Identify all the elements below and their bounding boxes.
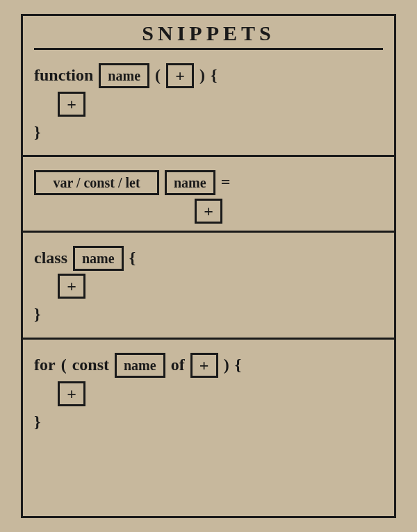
keyword-function: function [34,60,93,92]
brace-close: } [34,406,40,438]
snippet-declaration: var / const / let name = + [23,157,394,233]
panel-title: SNIPPETS [34,16,383,50]
function-name-slot[interactable]: name [99,63,149,88]
add-function-body-button[interactable]: + [58,92,85,117]
brace-close: } [34,299,40,331]
brace-close: } [34,117,40,149]
snippets-panel: SNIPPETS function name ( + ) { + } var /… [21,14,396,518]
add-declaration-value-button[interactable]: + [195,199,222,224]
paren-open: ( [155,60,161,92]
for-item-name-slot[interactable]: name [115,353,165,378]
declaration-kind-selector[interactable]: var / const / let [34,170,159,195]
equals-sign: = [221,167,231,199]
class-name-slot[interactable]: name [73,246,124,271]
brace-open: { [211,60,217,92]
brace-open: { [235,349,241,381]
snippet-function: function name ( + ) { + } [23,50,394,157]
add-class-body-button[interactable]: + [58,274,85,299]
brace-open: { [129,242,136,274]
paren-close: ) [224,349,229,381]
keyword-of: of [171,349,185,381]
keyword-const: const [72,349,109,381]
add-for-body-button[interactable]: + [58,381,85,406]
add-param-button[interactable]: + [166,63,194,88]
add-iterable-button[interactable]: + [190,353,218,378]
paren-close: ) [199,60,205,92]
paren-open: ( [61,349,67,381]
keyword-class: class [34,242,67,274]
keyword-for: for [34,349,56,381]
snippet-class: class name { + } [23,233,394,340]
declaration-name-slot[interactable]: name [165,170,215,195]
snippet-for-of: for ( const name of + ) { + } [23,340,394,444]
